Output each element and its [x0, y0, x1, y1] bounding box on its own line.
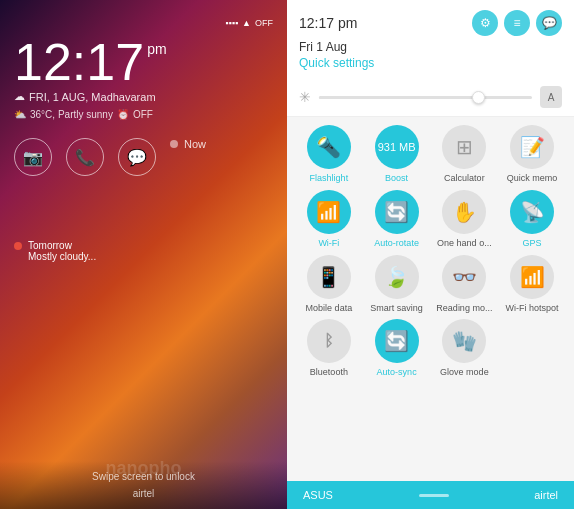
reading-mode-label: Reading mo...: [436, 303, 492, 314]
qs-quick-settings-label[interactable]: Quick settings: [299, 56, 562, 70]
qs-grid: 🔦 Flashlight 931 MB Boost ⊞ Calculator 📝…: [287, 117, 574, 481]
qs-status-bar: 12:17 pm ⚙ ≡ 💬: [299, 10, 562, 36]
boost-icon-circle: 931 MB: [375, 125, 419, 169]
settings-icon-btn[interactable]: ⚙: [472, 10, 498, 36]
qs-brightness-row: ✳ A: [287, 78, 574, 117]
glove-mode-icon-circle: 🧤: [442, 319, 486, 363]
notes-icon-btn[interactable]: ≡: [504, 10, 530, 36]
wifi-hotspot-icon-circle: 📶: [510, 255, 554, 299]
lock-date-value: FRI, 1 AUG, Madhavaram: [29, 91, 156, 103]
tomorrow-dot: [14, 242, 22, 250]
watermark: nanopho: [106, 458, 182, 479]
qs-row-2: 📶 Wi-Fi 🔄 Auto-rotate ✋ One hand o... 📡 …: [295, 190, 566, 249]
lock-carrier: airtel: [14, 488, 273, 499]
bluetooth-label: Bluetooth: [310, 367, 348, 378]
qs-quick-memo[interactable]: 📝 Quick memo: [503, 125, 561, 184]
bluetooth-icon-circle: ᛒ: [307, 319, 351, 363]
gps-icon-circle: 📡: [510, 190, 554, 234]
qs-bottom-bar: ASUS airtel: [287, 481, 574, 509]
bottom-asus-label: ASUS: [303, 489, 333, 501]
brightness-auto-btn[interactable]: A: [540, 86, 562, 108]
auto-sync-label: Auto-sync: [377, 367, 417, 378]
lock-now-badge: Now: [170, 138, 206, 150]
wifi-status-icon: ▲: [242, 18, 251, 28]
brightness-fill: [319, 96, 479, 99]
qs-row-3: 📱 Mobile data 🍃 Smart saving 👓 Reading m…: [295, 255, 566, 314]
qs-wifi[interactable]: 📶 Wi-Fi: [300, 190, 358, 249]
qs-gps[interactable]: 📡 GPS: [503, 190, 561, 249]
signal-icon: ▪▪▪▪: [225, 18, 238, 28]
glove-mode-label: Glove mode: [440, 367, 489, 378]
one-hand-icon-circle: ✋: [442, 190, 486, 234]
qs-row-4: ᛒ Bluetooth 🔄 Auto-sync 🧤 Glove mode: [295, 319, 566, 378]
qs-bluetooth[interactable]: ᛒ Bluetooth: [300, 319, 358, 378]
lock-time-display: 12:17 pm: [14, 36, 273, 88]
bottom-carrier-label: airtel: [534, 489, 558, 501]
qs-wifi-hotspot[interactable]: 📶 Wi-Fi hotspot: [503, 255, 561, 314]
mobile-data-label: Mobile data: [306, 303, 353, 314]
reading-mode-icon-circle: 👓: [442, 255, 486, 299]
qs-header-icons: ⚙ ≡ 💬: [472, 10, 562, 36]
lock-tomorrow-weather: Tomorrow Mostly cloudy...: [14, 240, 273, 262]
qs-glove-mode[interactable]: 🧤 Glove mode: [435, 319, 493, 378]
alarm-icon: ⏰: [117, 109, 129, 120]
smart-saving-label: Smart saving: [370, 303, 423, 314]
now-label: Now: [184, 138, 206, 150]
lock-status-bar: ▪▪▪▪ ▲ OFF: [14, 18, 273, 28]
lock-app-shortcuts: 📷 📞 💬 Now: [14, 138, 273, 180]
quick-memo-label: Quick memo: [507, 173, 558, 184]
auto-sync-icon-circle: 🔄: [375, 319, 419, 363]
weather-icon: ⛅: [14, 109, 26, 120]
brightness-thumb[interactable]: [472, 91, 485, 104]
gps-label: GPS: [523, 238, 542, 249]
lock-screen: ▪▪▪▪ ▲ OFF 12:17 pm ☁ FRI, 1 AUG, Madhav…: [0, 0, 287, 509]
wifi-icon-circle: 📶: [307, 190, 351, 234]
calculator-icon-circle: ⊞: [442, 125, 486, 169]
lock-weather: ⛅ 36°C, Partly sunny ⏰ OFF: [14, 109, 273, 120]
bottom-center-indicator: [419, 494, 449, 497]
now-dot: [170, 140, 178, 148]
qs-reading-mode[interactable]: 👓 Reading mo...: [435, 255, 493, 314]
phone-shortcut[interactable]: 📞: [66, 138, 104, 176]
lock-time-value: 12:17: [14, 36, 144, 88]
lock-date: ☁ FRI, 1 AUG, Madhavaram: [14, 90, 273, 103]
tomorrow-sub: Mostly cloudy...: [28, 251, 96, 262]
tomorrow-label: Tomorrow: [28, 240, 96, 251]
alarm-status: OFF: [133, 109, 153, 120]
qs-boost[interactable]: 931 MB Boost: [368, 125, 426, 184]
messages-shortcut[interactable]: 💬: [118, 138, 156, 176]
qs-smart-saving[interactable]: 🍃 Smart saving: [368, 255, 426, 314]
qs-one-hand[interactable]: ✋ One hand o...: [435, 190, 493, 249]
one-hand-label: One hand o...: [437, 238, 492, 249]
auto-rotate-icon-circle: 🔄: [375, 190, 419, 234]
battery-text: OFF: [255, 18, 273, 28]
quick-memo-icon-circle: 📝: [510, 125, 554, 169]
qs-date: Fri 1 Aug: [299, 40, 562, 54]
brightness-slider[interactable]: [319, 96, 532, 99]
chat-icon-btn[interactable]: 💬: [536, 10, 562, 36]
boost-label: Boost: [385, 173, 408, 184]
qs-auto-sync[interactable]: 🔄 Auto-sync: [368, 319, 426, 378]
lock-ampm: pm: [147, 42, 166, 56]
calculator-label: Calculator: [444, 173, 485, 184]
qs-row-1: 🔦 Flashlight 931 MB Boost ⊞ Calculator 📝…: [295, 125, 566, 184]
qs-auto-rotate[interactable]: 🔄 Auto-rotate: [368, 190, 426, 249]
mobile-data-icon-circle: 📱: [307, 255, 351, 299]
qs-flashlight[interactable]: 🔦 Flashlight: [300, 125, 358, 184]
auto-rotate-label: Auto-rotate: [374, 238, 419, 249]
qs-mobile-data[interactable]: 📱 Mobile data: [300, 255, 358, 314]
flashlight-label: Flashlight: [310, 173, 349, 184]
qs-header: 12:17 pm ⚙ ≡ 💬 Fri 1 Aug Quick settings: [287, 0, 574, 78]
wifi-label: Wi-Fi: [318, 238, 339, 249]
lock-temp: 36°C, Partly sunny: [30, 109, 113, 120]
qs-calculator[interactable]: ⊞ Calculator: [435, 125, 493, 184]
cloud-icon: ☁: [14, 90, 25, 103]
quick-settings-panel: 12:17 pm ⚙ ≡ 💬 Fri 1 Aug Quick settings …: [287, 0, 574, 509]
flashlight-icon-circle: 🔦: [307, 125, 351, 169]
brightness-icon: ✳: [299, 89, 311, 105]
wifi-hotspot-label: Wi-Fi hotspot: [506, 303, 559, 314]
smart-saving-icon-circle: 🍃: [375, 255, 419, 299]
camera-shortcut[interactable]: 📷: [14, 138, 52, 176]
qs-time: 12:17 pm: [299, 15, 357, 31]
